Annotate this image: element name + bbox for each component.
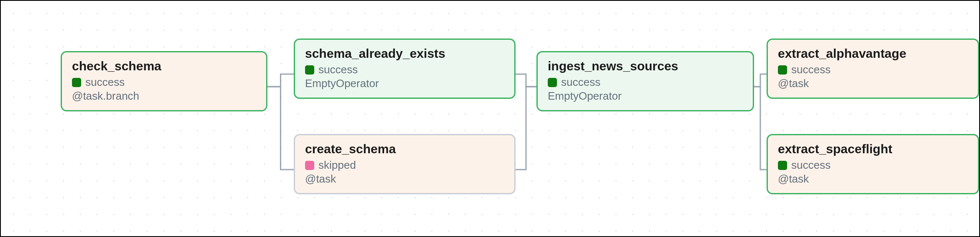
dag-node-check-schema[interactable]: check_schema success @task.branch [61,51,267,111]
node-status-text: success [318,63,358,76]
dag-edge [267,87,294,170]
status-success-icon [548,78,557,87]
node-status-row: success [72,76,256,89]
node-operator: EmptyOperator [305,77,504,90]
node-title: check_schema [72,59,256,73]
status-success-icon [72,78,81,87]
node-title: ingest_news_sources [548,59,743,73]
node-operator: EmptyOperator [548,90,743,103]
node-operator: @task [778,173,968,185]
node-title: create_schema [305,142,504,156]
node-title: extract_spaceflight [778,142,968,156]
node-operator: @task [305,173,504,185]
dag-edge [267,74,294,87]
dag-canvas[interactable]: check_schema success @task.branch schema… [0,0,980,237]
dag-node-ingest-news-sources[interactable]: ingest_news_sources success EmptyOperato… [536,51,754,111]
dag-edge [754,74,767,87]
dag-node-create-schema[interactable]: create_schema skipped @task [294,134,516,194]
node-status-row: skipped [305,159,504,172]
dag-edges-layer [1,1,980,237]
node-status-row: success [548,76,743,89]
node-operator: @task.branch [72,90,256,103]
status-success-icon [778,161,787,170]
node-status-row: success [305,63,504,76]
dag-edge [516,74,536,87]
node-operator: @task [778,77,968,90]
node-title: schema_already_exists [305,46,504,61]
dag-node-schema-already-exists[interactable]: schema_already_exists success EmptyOpera… [294,39,516,99]
status-success-icon [778,65,787,75]
node-status-row: success [778,63,968,76]
dag-node-extract-spaceflight[interactable]: extract_spaceflight success @task [767,134,979,194]
node-status-text: skipped [318,159,356,172]
node-status-text: success [791,159,831,172]
dag-edge [754,87,767,170]
node-status-row: success [778,159,968,172]
status-success-icon [305,65,314,75]
node-status-text: success [791,63,831,76]
node-status-text: success [561,76,600,89]
dag-edge [516,87,536,170]
dag-node-extract-alphavantage[interactable]: extract_alphavantage success @task [767,39,979,99]
node-title: extract_alphavantage [778,46,968,61]
status-skipped-icon [305,161,314,170]
node-status-text: success [85,76,125,89]
